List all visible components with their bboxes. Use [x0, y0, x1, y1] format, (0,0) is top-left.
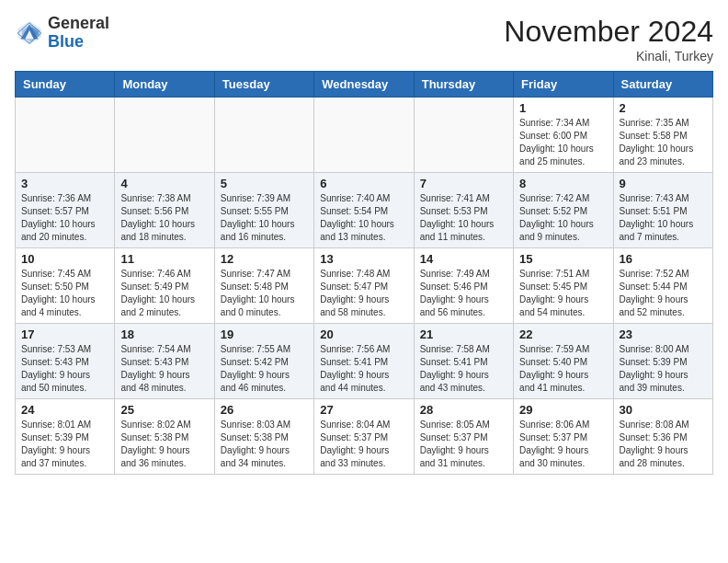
calendar-cell: 23Sunrise: 8:00 AM Sunset: 5:39 PM Dayli…	[613, 324, 712, 399]
calendar-cell: 20Sunrise: 7:56 AM Sunset: 5:41 PM Dayli…	[314, 324, 414, 399]
day-info: Sunrise: 7:48 AM Sunset: 5:47 PM Dayligh…	[320, 268, 407, 319]
calendar-week-row: 10Sunrise: 7:45 AM Sunset: 5:50 PM Dayli…	[16, 248, 713, 324]
calendar-cell: 22Sunrise: 7:59 AM Sunset: 5:40 PM Dayli…	[514, 324, 613, 399]
logo-text: General Blue	[48, 15, 109, 52]
calendar-week-row: 24Sunrise: 8:01 AM Sunset: 5:39 PM Dayli…	[16, 399, 713, 475]
weekday-header-saturday: Saturday	[613, 72, 712, 98]
calendar-cell: 17Sunrise: 7:53 AM Sunset: 5:43 PM Dayli…	[16, 324, 115, 399]
day-number: 11	[120, 252, 208, 266]
day-number: 24	[21, 403, 108, 417]
day-info: Sunrise: 7:36 AM Sunset: 5:57 PM Dayligh…	[21, 192, 108, 244]
calendar-cell: 16Sunrise: 7:52 AM Sunset: 5:44 PM Dayli…	[613, 248, 712, 324]
calendar-cell	[214, 98, 313, 173]
day-number: 12	[221, 252, 308, 266]
day-info: Sunrise: 7:40 AM Sunset: 5:54 PM Dayligh…	[320, 192, 407, 244]
day-number: 27	[320, 403, 407, 417]
calendar-cell: 19Sunrise: 7:55 AM Sunset: 5:42 PM Dayli…	[214, 324, 313, 399]
calendar-cell: 8Sunrise: 7:42 AM Sunset: 5:52 PM Daylig…	[514, 173, 613, 248]
day-number: 10	[21, 252, 108, 266]
calendar-header-row: SundayMondayTuesdayWednesdayThursdayFrid…	[16, 72, 713, 98]
calendar-cell: 21Sunrise: 7:58 AM Sunset: 5:41 PM Dayli…	[414, 324, 513, 399]
location: Kinali, Turkey	[504, 49, 713, 63]
calendar-cell	[16, 98, 115, 173]
calendar-cell: 13Sunrise: 7:48 AM Sunset: 5:47 PM Dayli…	[314, 248, 414, 324]
calendar-cell: 26Sunrise: 8:03 AM Sunset: 5:38 PM Dayli…	[214, 399, 313, 475]
day-info: Sunrise: 8:05 AM Sunset: 5:37 PM Dayligh…	[420, 419, 507, 470]
calendar-week-row: 1Sunrise: 7:34 AM Sunset: 6:00 PM Daylig…	[16, 98, 713, 173]
day-info: Sunrise: 8:06 AM Sunset: 5:37 PM Dayligh…	[519, 419, 607, 470]
day-number: 16	[620, 252, 707, 266]
day-info: Sunrise: 7:53 AM Sunset: 5:43 PM Dayligh…	[21, 343, 108, 395]
day-number: 4	[120, 177, 208, 190]
calendar-cell: 3Sunrise: 7:36 AM Sunset: 5:57 PM Daylig…	[16, 173, 115, 248]
day-number: 26	[221, 403, 308, 417]
day-number: 21	[420, 327, 507, 341]
day-info: Sunrise: 7:34 AM Sunset: 6:00 PM Dayligh…	[519, 117, 607, 168]
weekday-header-monday: Monday	[115, 72, 214, 98]
calendar-cell: 18Sunrise: 7:54 AM Sunset: 5:43 PM Dayli…	[115, 324, 214, 399]
day-number: 3	[21, 177, 108, 190]
day-info: Sunrise: 7:54 AM Sunset: 5:43 PM Dayligh…	[120, 343, 208, 395]
day-info: Sunrise: 7:51 AM Sunset: 5:45 PM Dayligh…	[519, 268, 607, 319]
weekday-header-friday: Friday	[514, 72, 613, 98]
day-info: Sunrise: 7:46 AM Sunset: 5:49 PM Dayligh…	[120, 268, 208, 319]
day-number: 5	[221, 177, 308, 190]
day-info: Sunrise: 7:43 AM Sunset: 5:51 PM Dayligh…	[620, 192, 707, 244]
month-title: November 2024	[504, 15, 713, 49]
day-number: 2	[620, 101, 707, 115]
calendar-cell: 24Sunrise: 8:01 AM Sunset: 5:39 PM Dayli…	[16, 399, 115, 475]
weekday-header-tuesday: Tuesday	[214, 72, 313, 98]
day-number: 7	[420, 177, 507, 190]
day-number: 6	[320, 177, 407, 190]
day-info: Sunrise: 7:52 AM Sunset: 5:44 PM Dayligh…	[620, 268, 707, 319]
day-info: Sunrise: 7:56 AM Sunset: 5:41 PM Dayligh…	[320, 343, 407, 395]
day-number: 28	[420, 403, 507, 417]
calendar-cell: 30Sunrise: 8:08 AM Sunset: 5:36 PM Dayli…	[613, 399, 712, 475]
day-info: Sunrise: 7:49 AM Sunset: 5:46 PM Dayligh…	[420, 268, 507, 319]
calendar-cell: 11Sunrise: 7:46 AM Sunset: 5:49 PM Dayli…	[115, 248, 214, 324]
day-info: Sunrise: 7:42 AM Sunset: 5:52 PM Dayligh…	[519, 192, 607, 244]
calendar-cell	[414, 98, 513, 173]
day-info: Sunrise: 7:35 AM Sunset: 5:58 PM Dayligh…	[620, 117, 707, 168]
day-number: 15	[519, 252, 607, 266]
day-info: Sunrise: 7:59 AM Sunset: 5:40 PM Dayligh…	[519, 343, 607, 395]
day-info: Sunrise: 7:45 AM Sunset: 5:50 PM Dayligh…	[21, 268, 108, 319]
day-number: 13	[320, 252, 407, 266]
calendar-cell	[115, 98, 214, 173]
day-info: Sunrise: 8:04 AM Sunset: 5:37 PM Dayligh…	[320, 419, 407, 470]
calendar-cell: 28Sunrise: 8:05 AM Sunset: 5:37 PM Dayli…	[414, 399, 513, 475]
day-number: 23	[620, 327, 707, 341]
page-header: General Blue November 2024 Kinali, Turke…	[15, 15, 713, 63]
logo: General Blue	[15, 15, 109, 52]
weekday-header-sunday: Sunday	[16, 72, 115, 98]
day-number: 8	[519, 177, 607, 190]
logo-icon	[15, 18, 44, 48]
calendar-cell: 29Sunrise: 8:06 AM Sunset: 5:37 PM Dayli…	[514, 399, 613, 475]
day-number: 18	[120, 327, 208, 341]
calendar-cell: 15Sunrise: 7:51 AM Sunset: 5:45 PM Dayli…	[514, 248, 613, 324]
day-number: 17	[21, 327, 108, 341]
logo-blue-text: Blue	[48, 32, 84, 51]
day-number: 22	[519, 327, 607, 341]
day-info: Sunrise: 7:38 AM Sunset: 5:56 PM Dayligh…	[120, 192, 208, 244]
day-number: 29	[519, 403, 607, 417]
day-number: 9	[620, 177, 707, 190]
day-info: Sunrise: 7:39 AM Sunset: 5:55 PM Dayligh…	[221, 192, 308, 244]
calendar-cell: 25Sunrise: 8:02 AM Sunset: 5:38 PM Dayli…	[115, 399, 214, 475]
day-number: 20	[320, 327, 407, 341]
day-info: Sunrise: 8:02 AM Sunset: 5:38 PM Dayligh…	[120, 419, 208, 470]
calendar-cell: 1Sunrise: 7:34 AM Sunset: 6:00 PM Daylig…	[514, 98, 613, 173]
day-info: Sunrise: 7:47 AM Sunset: 5:48 PM Dayligh…	[221, 268, 308, 319]
day-info: Sunrise: 8:01 AM Sunset: 5:39 PM Dayligh…	[21, 419, 108, 470]
title-block: November 2024 Kinali, Turkey	[504, 15, 713, 63]
day-info: Sunrise: 7:58 AM Sunset: 5:41 PM Dayligh…	[420, 343, 507, 395]
logo-general: General	[48, 14, 109, 32]
calendar-cell: 5Sunrise: 7:39 AM Sunset: 5:55 PM Daylig…	[214, 173, 313, 248]
day-number: 1	[519, 101, 607, 115]
calendar-cell: 10Sunrise: 7:45 AM Sunset: 5:50 PM Dayli…	[16, 248, 115, 324]
calendar-week-row: 3Sunrise: 7:36 AM Sunset: 5:57 PM Daylig…	[16, 173, 713, 248]
weekday-header-wednesday: Wednesday	[314, 72, 414, 98]
calendar-cell: 27Sunrise: 8:04 AM Sunset: 5:37 PM Dayli…	[314, 399, 414, 475]
day-number: 14	[420, 252, 507, 266]
calendar-cell	[314, 98, 414, 173]
